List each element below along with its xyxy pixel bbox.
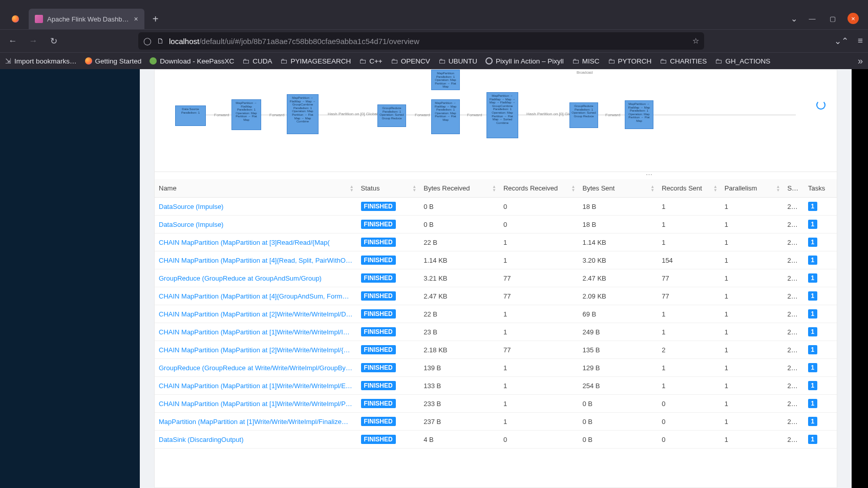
- table-row[interactable]: CHAIN MapPartition (MapPartition at [2]W…: [155, 341, 837, 359]
- sort-icon[interactable]: ▲▼: [350, 185, 354, 192]
- window-close-button[interactable]: ×: [848, 13, 859, 24]
- tasks-badge: 1: [808, 363, 817, 372]
- col-tasks[interactable]: Tasks: [804, 179, 837, 198]
- vertex-name-link[interactable]: DataSource (Impulse): [155, 198, 357, 216]
- tasks-badge: 1: [808, 435, 817, 444]
- table-row[interactable]: CHAIN MapPartition (MapPartition at [4]{…: [155, 287, 837, 305]
- cell-bytes-received: 0 B: [419, 216, 499, 234]
- nav-reload-button[interactable]: ↻: [46, 33, 61, 49]
- status-badge: FINISHED: [361, 220, 396, 229]
- bookmark-charities[interactable]: 🗀CHARITIES: [660, 57, 707, 65]
- sort-icon[interactable]: ▲▼: [571, 185, 576, 192]
- vertex-name-link[interactable]: DataSource (Impulse): [155, 216, 357, 234]
- bookmark-ghactions[interactable]: 🗀GH_ACTIONS: [715, 57, 770, 65]
- dag-node[interactable]: MapPartition → FlatMap → MapParallelism:…: [431, 99, 460, 134]
- bookmark-opencv[interactable]: 🗀OPENCV: [391, 57, 430, 65]
- firefox-home-tab[interactable]: [3, 9, 28, 29]
- browser-tab-active[interactable]: Apache Flink Web Dashb… ×: [29, 9, 144, 29]
- cell-bytes-received: 139 B: [419, 359, 499, 377]
- col-start[interactable]: Start: [783, 179, 804, 198]
- cell-start: 2022-: [783, 359, 804, 377]
- dag-edge-label: Forward: [214, 113, 229, 117]
- table-row[interactable]: CHAIN MapPartition (MapPartition at [1]W…: [155, 377, 837, 395]
- browser-navbar: ← → ↻ ◯ 🗋 localhost/default/ui/#/job/8b7…: [0, 29, 868, 52]
- window-minimize-button[interactable]: —: [807, 13, 818, 24]
- vertex-name-link[interactable]: CHAIN MapPartition (MapPartition at [1]W…: [155, 323, 357, 341]
- vertex-name-link[interactable]: DataSink (DiscardingOutput): [155, 431, 357, 449]
- vertex-name-link[interactable]: CHAIN MapPartition (MapPartition at [1]W…: [155, 395, 357, 413]
- vertex-name-link[interactable]: MapPartition (MapPartition at [1]Write/W…: [155, 413, 357, 431]
- table-row[interactable]: CHAIN MapPartition (MapPartition at [4]{…: [155, 251, 837, 269]
- table-row[interactable]: GroupReduce (GroupReduce at Write/Write/…: [155, 359, 837, 377]
- sort-icon[interactable]: ▲▼: [412, 185, 416, 192]
- table-row[interactable]: DataSink (DiscardingOutput)FINISHED4 B00…: [155, 431, 837, 449]
- dag-node[interactable]: GroupReduceParallelism: 1Operation: Sort…: [377, 104, 406, 127]
- table-row[interactable]: DataSource (Impulse)FINISHED0 B018 B1120…: [155, 216, 837, 234]
- sort-icon[interactable]: ▲▼: [492, 185, 496, 192]
- vertex-name-link[interactable]: CHAIN MapPartition (MapPartition at [1]W…: [155, 377, 357, 395]
- dag-node[interactable]: MapPartitionParallelism: 1Operation: Map…: [431, 70, 460, 90]
- col-parallelism[interactable]: Parallelism▲▼: [721, 179, 784, 198]
- col-bytes-received[interactable]: Bytes Received▲▼: [419, 179, 499, 198]
- bookmark-getting-started[interactable]: Getting Started: [85, 57, 142, 65]
- app-menu-icon[interactable]: ≡: [858, 36, 863, 46]
- vertex-name-link[interactable]: CHAIN MapPartition (MapPartition at [4]{…: [155, 287, 357, 305]
- cell-records-sent: 1: [658, 198, 721, 216]
- tasks-badge: 1: [808, 202, 817, 211]
- column-resize-handle[interactable]: ⋯: [462, 172, 837, 179]
- table-row[interactable]: CHAIN MapPartition (MapPartition at [1]W…: [155, 395, 837, 413]
- cell-records-sent: 1: [658, 323, 721, 341]
- cell-bytes-received: 233 B: [419, 395, 499, 413]
- tab-close-icon[interactable]: ×: [134, 15, 138, 23]
- tasks-badge: 1: [808, 345, 817, 354]
- bookmark-pyimagesearch[interactable]: 🗀PYIMAGESEARCH: [280, 57, 351, 65]
- bookmark-pytorch[interactable]: 🗀PYTORCH: [608, 57, 652, 65]
- table-row[interactable]: CHAIN MapPartition (MapPartition at [1]W…: [155, 323, 837, 341]
- cell-bytes-sent: 3.20 KB: [579, 251, 658, 269]
- vertex-name-link[interactable]: GroupReduce (GroupReduce at GroupAndSum/…: [155, 269, 357, 287]
- table-row[interactable]: MapPartition (MapPartition at [1]Write/W…: [155, 413, 837, 431]
- col-status[interactable]: Status▲▼: [357, 179, 420, 198]
- dag-node[interactable]: MapPartition → FlatMap → Map → GroupComb…: [287, 94, 319, 134]
- url-bar[interactable]: ◯ 🗋 localhost/default/ui/#/job/8b71a8ae7…: [138, 32, 704, 50]
- bookmark-pixyll[interactable]: Pixyll in Action – Pixyll: [485, 57, 564, 65]
- dag-node[interactable]: MapPartition → FlatMap → MapParallelism:…: [625, 100, 653, 129]
- dag-node[interactable]: Data SourceParallelism: 1: [175, 105, 206, 126]
- col-records-sent[interactable]: Records Sent▲▼: [658, 179, 721, 198]
- sort-icon[interactable]: ▲▼: [650, 185, 654, 192]
- col-records-received[interactable]: Records Received▲▼: [499, 179, 579, 198]
- bookmarks-overflow-icon[interactable]: »: [858, 56, 863, 67]
- table-row[interactable]: CHAIN MapPartition (MapPartition at [3]R…: [155, 234, 837, 251]
- vertex-name-link[interactable]: CHAIN MapPartition (MapPartition at [2]W…: [155, 305, 357, 323]
- bookmark-import[interactable]: ⇲Import bookmarks…: [5, 57, 77, 65]
- list-all-tabs-icon[interactable]: ⌄: [791, 14, 797, 24]
- sort-icon[interactable]: ▲▼: [776, 185, 780, 192]
- nav-forward-button[interactable]: →: [26, 33, 41, 49]
- nav-back-button[interactable]: ←: [5, 33, 20, 49]
- dag-node[interactable]: GroupReduceParallelism: 1Operation: Sort…: [569, 102, 598, 128]
- window-maximize-button[interactable]: ▢: [827, 13, 838, 24]
- vertex-name-link[interactable]: CHAIN MapPartition (MapPartition at [4]{…: [155, 251, 357, 269]
- bookmark-cuda[interactable]: 🗀CUDA: [242, 57, 272, 65]
- bookmark-star-icon[interactable]: ☆: [692, 36, 699, 46]
- table-row[interactable]: DataSource (Impulse)FINISHED0 B018 B1120…: [155, 198, 837, 216]
- col-name[interactable]: Name▲▼: [155, 179, 357, 198]
- col-bytes-sent[interactable]: Bytes Sent▲▼: [579, 179, 658, 198]
- dag-node[interactable]: MapPartition → FlatMap → Map → Map → Fla…: [486, 92, 518, 138]
- table-row[interactable]: GroupReduce (GroupReduce at GroupAndSum/…: [155, 269, 837, 287]
- bookmark-misc[interactable]: 🗀MISC: [572, 57, 600, 65]
- bookmark-keepass[interactable]: Download - KeePassXC: [150, 57, 234, 65]
- new-tab-button[interactable]: +: [147, 11, 164, 27]
- vertex-name-link[interactable]: GroupReduce (GroupReduce at Write/Write/…: [155, 359, 357, 377]
- table-row[interactable]: CHAIN MapPartition (MapPartition at [2]W…: [155, 305, 837, 323]
- cell-bytes-received: 2.47 KB: [419, 287, 499, 305]
- vertex-name-link[interactable]: CHAIN MapPartition (MapPartition at [2]W…: [155, 341, 357, 359]
- pocket-icon[interactable]: ⌄⌃: [834, 36, 849, 47]
- bookmark-ubuntu[interactable]: 🗀UBUNTU: [438, 57, 477, 65]
- job-dag-canvas[interactable]: Data SourceParallelism: 1 Forward MapPar…: [155, 70, 837, 172]
- vertex-name-link[interactable]: CHAIN MapPartition (MapPartition at [3]R…: [155, 234, 357, 251]
- dag-node[interactable]: MapPartition → FlatMapParallelism: 1Oper…: [231, 99, 261, 130]
- bookmark-cpp[interactable]: 🗀C++: [359, 57, 383, 65]
- sort-icon[interactable]: ▲▼: [713, 185, 717, 192]
- cell-records-received: 1: [499, 234, 579, 251]
